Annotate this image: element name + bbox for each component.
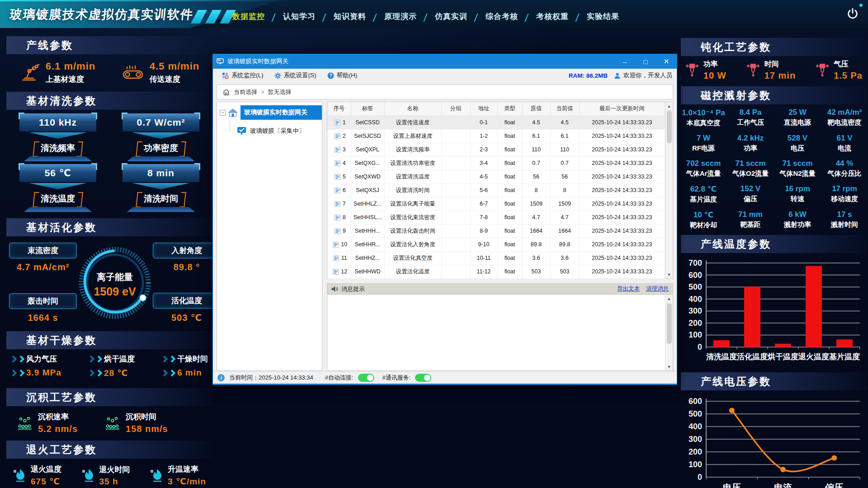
cell-tag: SetHHH... [351,224,384,238]
param-value: 1.5 Pa [834,70,863,81]
minimize-button[interactable]: – [614,54,635,69]
table-row[interactable]: 10 SetHHR... 设置活化入射角度 9-10 float 89.8 89… [327,238,665,251]
data-gateway-window: 玻璃镀膜实时数据网关 – □ ✕ 系统监控(L) 系统设置(S) ? 帮助(H) [212,54,677,385]
table-row[interactable]: 7 SetHHLZ... 设置活化离子能量 6-7 float 1509 150… [327,197,665,211]
param-label: 沉积速率 [38,412,78,422]
menu-system-settings[interactable]: 系统设置(S) [270,70,321,81]
cell-orig: 56 [522,170,550,183]
column-header[interactable]: 名称 [384,102,441,116]
scroll-thumb[interactable] [667,303,672,344]
column-header[interactable]: 最后一次更新时间 [579,102,665,116]
cell-seq: 3 [343,146,346,153]
power-button[interactable] [846,7,860,21]
clear-messages-link[interactable]: 清理消息 [646,285,669,293]
table-row[interactable]: 11 SetHHZ... 设置活化真空度 10-11 float 3.6 3.6… [327,251,665,265]
param-value: 44 % [822,159,867,168]
trapezoid-decoration [127,207,195,212]
nav-item[interactable]: 考核权重 [530,9,580,23]
cell-name: 设置活化离子能量 [384,197,441,211]
table-row[interactable]: 2 SetSJCSD 设置上基材速度 1-2 float 6.1 6.1 202… [327,129,665,143]
cleaning-grid: 110 kHz 清洗频率 0.7 W/cm² 功率密度 56 ℃ 清洗温度 8 … [6,113,212,212]
param-value: 10 ℃ [681,210,726,220]
gauge-icon: 离子能量 1509 eV [77,245,153,321]
param-value-banner: 8 min [123,164,199,182]
maximize-button[interactable]: □ [635,54,656,69]
scroll-down-icon[interactable]: ▼ [665,271,673,278]
nav-item[interactable]: 认知学习 [277,9,327,23]
nav-item[interactable]: 知识资料 [327,9,378,23]
table-row[interactable]: 5 SetQXWD 设置清洗温度 4-5 float 56 56 2025-10… [327,170,665,183]
comm-service-toggle[interactable] [415,374,431,382]
cell-seq: 2 [343,133,346,139]
nav-item[interactable]: 综合考核 [479,9,530,23]
param-label: 基片温度 [681,195,726,204]
tree-root-node[interactable]: − 玻璃镀膜实时数据网关 [217,105,322,120]
app-title: 玻璃镀膜技术虚拟仿真实训软件 [9,6,194,23]
bombard-time-value: 1664 s [9,313,77,323]
message-scrollbar[interactable]: ▲ ▼ [665,295,673,371]
point-icon [335,228,340,234]
param-value: 17 min [764,70,796,81]
svg-text:300: 300 [689,306,702,315]
nozzle-icon [685,63,699,78]
menu-system-monitor[interactable]: 系统监控(L) [217,70,268,81]
svg-text:?: ? [329,73,332,78]
window-titlebar[interactable]: 玻璃镀膜实时数据网关 – □ ✕ [213,54,677,69]
sputtering-param: 71 sccm 气体N2流量 [775,159,820,178]
param-value: 1.0×10⁻⁴ Pa [681,108,726,117]
sputtering-param: 61 V 电流 [822,134,867,153]
tree-child-node[interactable]: 玻璃镀膜〔采集中〕 [237,127,322,135]
cell-tag: SetQXPL [351,143,384,156]
table-row[interactable]: 9 SetHHH... 设置活化轰击时间 8-9 float 1664 1664… [327,224,665,238]
nav-item[interactable]: 原理演示 [378,9,429,23]
nav-item[interactable]: 实验结果 [580,9,631,23]
nav-item[interactable]: 数据监控 [226,9,277,23]
param-label: 转速 [775,195,820,203]
svg-text:活化温度: 活化温度 [736,352,768,361]
column-header[interactable]: 地址 [470,102,497,116]
column-header[interactable]: 当前值 [550,102,579,116]
particles-icon [17,416,33,430]
table-header-row[interactable]: 序号标签名称分组地址类型原值当前值最后一次更新时间 [327,102,665,116]
auto-connect-toggle[interactable] [358,374,374,382]
close-button[interactable]: ✕ [656,54,677,69]
home-node-icon [228,108,238,117]
export-text-link[interactable]: 导出文本 [617,285,640,293]
menu-help[interactable]: ? 帮助(H) [323,70,362,81]
activation-right-col: 入射角度 89.8 ° 活化温度 503 ℃ [153,240,212,326]
table-row[interactable]: 4 SetQXG... 设置清洗功率密度 3-4 float 0.7 0.7 2… [327,156,665,170]
scroll-thumb[interactable] [667,111,672,143]
column-header[interactable]: 分组 [441,102,470,116]
breadcrumb: 当前选择 > 暂无选择 [217,84,673,99]
scroll-down-icon[interactable]: ▼ [665,363,673,371]
column-header[interactable]: 原值 [522,102,550,116]
cell-time: 2025-10-24 14:33:33.23 [579,156,665,170]
table-row[interactable]: 12 SetHHWD 设置活化温度 11-12 float 503 503 20… [327,265,665,278]
conveyor-icon [122,63,144,83]
table-row[interactable]: 8 SetHHSL... 设置活化束流密度 7-8 float 4.7 4.7 … [327,211,665,224]
table-row[interactable]: 1 SetCSSD 设置传送速度 0-1 float 4.5 4.5 2025-… [327,116,665,129]
right-parameter-panel: 钝化工艺参数 功率 10 W 时间 17 min [681,38,867,488]
home-icon[interactable] [222,89,230,96]
svg-text:400: 400 [689,422,702,431]
param-value: 61 V [822,134,867,143]
sputtering-param: 528 V 电压 [775,134,820,153]
param-value: 17 s [822,210,867,219]
param-value: 42 mA/m³ [822,108,867,117]
column-header[interactable]: 标签 [351,102,384,116]
svg-text:100: 100 [689,330,702,339]
table-scrollbar[interactable]: ▲ ▼ [665,102,673,278]
table-row[interactable]: 6 SetQXSJ 设置清洗时间 5-6 float 8 8 2025-10-2… [327,183,665,197]
param-label: 清洗时间 [137,192,185,206]
nav-item-label: 仿真实训 [435,12,467,21]
nav-item[interactable]: 仿真实训 [429,9,479,23]
scroll-up-icon[interactable]: ▲ [665,295,673,302]
param-value: 28 ℃ [104,368,128,378]
table-row[interactable]: 3 SetQXPL 设置清洗频率 2-3 float 110 110 2025-… [327,143,665,156]
column-header[interactable]: 类型 [497,102,522,116]
sputtering-param: 25 W 直流电源 [775,108,820,127]
column-header[interactable]: 序号 [327,102,351,116]
tree-expander-icon[interactable]: − [220,110,226,116]
scroll-up-icon[interactable]: ▲ [665,102,673,110]
tree-root-label[interactable]: 玻璃镀膜实时数据网关 [241,105,322,120]
